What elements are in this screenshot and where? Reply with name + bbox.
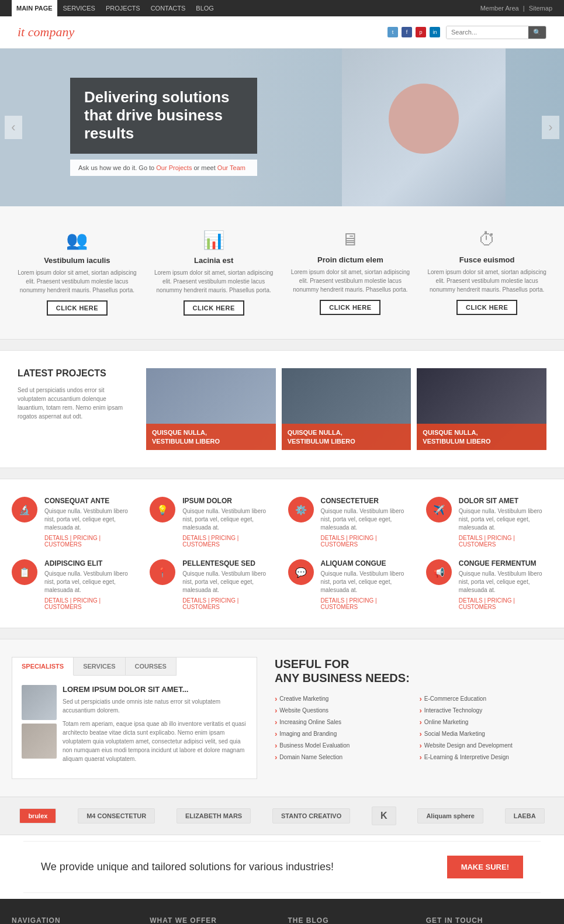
pinterest-icon[interactable]: p <box>416 27 426 37</box>
useful-item-6[interactable]: E-Commerce Education <box>420 694 553 703</box>
facebook-icon[interactable]: f <box>402 27 412 37</box>
feature-btn-2[interactable]: CLICK HERE <box>320 300 380 315</box>
feature-btn-1[interactable]: CLICK HERE <box>184 300 244 316</box>
footer-contact-heading: GET IN TOUCH <box>426 916 552 924</box>
useful-item-5[interactable]: Domain Name Selection <box>275 753 408 762</box>
site-header: it company t f p in 🔍 <box>0 16 564 49</box>
feature-btn-3[interactable]: CLICK HERE <box>456 300 517 315</box>
hero-projects-link[interactable]: Our Projects <box>156 164 192 171</box>
sitemap-link[interactable]: Sitemap <box>529 5 552 12</box>
service-links-1: DETAILS | PRICING | CUSTOMERS <box>182 535 276 548</box>
features-section: 👥 Vestibulum iaculis Lorem ipsum dolor s… <box>0 206 564 339</box>
service-links-0: DETAILS | PRICING | CUSTOMERS <box>44 535 138 548</box>
project-label-2: QUISQUE NULLA,VESTIBULUM LIBERO <box>417 424 546 450</box>
service-item-7: 📢 CONGUE FERMENTUM Quisque nulla. Vestib… <box>426 559 552 610</box>
logo-stanto: STANTO CREATIVO <box>272 808 350 823</box>
twitter-icon[interactable]: t <box>387 27 398 37</box>
service-icon-0: 🔬 <box>12 497 37 522</box>
service-title-2: CONSECTETUER <box>321 497 414 505</box>
useful-item-8[interactable]: Online Marketing <box>420 718 553 726</box>
project-card-2[interactable]: QUISQUE NULLA,VESTIBULUM LIBERO <box>417 368 546 450</box>
social-icons: t f p in <box>387 27 440 37</box>
project-card-0[interactable]: QUISQUE NULLA,VESTIBULUM LIBERO <box>146 368 276 450</box>
cta-text: We provide unique and tailored solutions… <box>41 861 334 873</box>
service-icon-4: 📋 <box>12 559 37 585</box>
tab-content: LOREM IPSUM DOLOR SIT AMET... Sed ut per… <box>12 676 257 778</box>
make-sure-button[interactable]: MAKE SURE! <box>447 856 523 878</box>
services-grid: 🔬 CONSEQUAT ANTE Quisque nulla. Vestibul… <box>12 497 552 610</box>
specialists-row: LOREM IPSUM DOLOR SIT AMET... Sed ut per… <box>22 685 247 763</box>
feature-desc-2: Lorem ipsum dolor sit amet, siortan adip… <box>291 268 410 294</box>
service-links-2: DETAILS | PRICING | CUSTOMERS <box>321 535 414 548</box>
header-right: t f p in 🔍 <box>387 26 546 39</box>
useful-columns: Creative Marketing Website Questions Inc… <box>275 694 552 764</box>
search-button[interactable]: 🔍 <box>528 26 546 39</box>
tab-courses[interactable]: COURSES <box>126 657 177 676</box>
service-title-0: CONSEQUAT ANTE <box>44 497 138 505</box>
cta-banner: We provide unique and tailored solutions… <box>23 841 541 893</box>
projects-heading: LATEST PROJECTS <box>18 368 134 379</box>
nav-blog[interactable]: BLOG <box>191 0 219 16</box>
hero-overlay: Delivering solutions that drive business… <box>70 78 257 176</box>
useful-col-2: E-Commerce Education Interactive Technol… <box>420 694 553 764</box>
nav-contacts[interactable]: CONTACTS <box>146 0 191 16</box>
hero-team-link[interactable]: Our Team <box>217 164 245 171</box>
useful-item-11[interactable]: E-Learning & Interpretive Design <box>420 753 553 762</box>
service-content-3: DOLOR SIT AMET Quisque nulla. Vestibulum… <box>459 497 552 548</box>
service-icon-7: 📢 <box>426 559 452 585</box>
service-icon-6: 💬 <box>288 559 314 585</box>
useful-section: USEFUL FOR ANY BUSINESS NEEDS: Creative … <box>275 657 552 779</box>
feature-icon-1: 📊 <box>154 230 274 250</box>
hero-text-box: Delivering solutions that drive business… <box>70 78 257 154</box>
top-nav-links: MAIN PAGE SERVICES PROJECTS CONTACTS BLO… <box>12 0 219 16</box>
nav-services[interactable]: SERVICES <box>58 0 100 16</box>
footer-blog: THE BLOG Brand strategy and planning & C… <box>288 916 414 924</box>
useful-item-2[interactable]: Increasing Online Sales <box>275 718 408 726</box>
linkedin-icon[interactable]: in <box>430 27 440 37</box>
footer-get-in-touch: GET IN TOUCH IT COMPANY. © 2013 Privacy … <box>426 916 552 924</box>
footer-navigation: NAVIGATION Home Services Projects Contac… <box>12 916 138 924</box>
useful-item-0[interactable]: Creative Marketing <box>275 694 408 703</box>
feature-icon-0: 👥 <box>18 230 137 250</box>
nav-main-page[interactable]: MAIN PAGE <box>12 0 57 16</box>
nav-projects[interactable]: PROJECTS <box>101 0 145 16</box>
top-nav: MAIN PAGE SERVICES PROJECTS CONTACTS BLO… <box>0 0 564 16</box>
hero-background: Delivering solutions that drive business… <box>0 49 564 206</box>
section-separator <box>0 339 564 351</box>
tab-specialists[interactable]: SPECIALISTS <box>12 657 74 676</box>
footer-offer-heading: WHAT WE OFFER <box>150 916 276 924</box>
service-links-3: DETAILS | PRICING | CUSTOMERS <box>459 535 552 548</box>
feature-title-2: Proin dictum elem <box>291 255 410 264</box>
tab-services[interactable]: SERVICES <box>74 657 125 676</box>
logo-brulex: brulex <box>19 808 56 823</box>
search-box: 🔍 <box>446 26 546 39</box>
feature-icon-3: ⏱ <box>427 230 546 250</box>
service-title-3: DOLOR SIT AMET <box>459 497 552 505</box>
hero-prev-arrow[interactable]: ‹ <box>5 116 22 139</box>
hero-next-arrow[interactable]: › <box>542 116 559 139</box>
service-item-6: 💬 ALIQUAM CONGUE Quisque nulla. Vestibul… <box>288 559 414 610</box>
section-separator-3 <box>0 628 564 639</box>
service-title-6: ALIQUAM CONGUE <box>321 559 414 567</box>
useful-item-4[interactable]: Business Model Evaluation <box>275 741 408 750</box>
search-input[interactable] <box>447 26 528 39</box>
feature-btn-0[interactable]: CLICK HERE <box>47 300 108 316</box>
footer-what-we-offer: WHAT WE OFFER Quisque nulla. Vestibulum … <box>150 916 276 924</box>
tab-content-p1: Sed ut perspiciatis unde omnis iste natu… <box>63 697 247 715</box>
useful-item-1[interactable]: Website Questions <box>275 706 408 715</box>
feature-item-3: ⏱ Fusce euismod Lorem ipsum dolor sit am… <box>421 224 552 321</box>
service-links-5: DETAILS | PRICING | CUSTOMERS <box>182 597 276 610</box>
projects-grid: QUISQUE NULLA,VESTIBULUM LIBERO QUISQUE … <box>146 368 546 450</box>
member-area-link[interactable]: Member Area <box>480 5 519 12</box>
hero-heading: Delivering solutions that drive business… <box>84 88 243 143</box>
tabs-header: SPECIALISTS SERVICES COURSES <box>12 657 257 676</box>
useful-item-3[interactable]: Imaging and Branding <box>275 729 408 738</box>
useful-item-9[interactable]: Social Media Marketing <box>420 729 553 738</box>
service-content-5: PELLENTESQUE SED Quisque nulla. Vestibul… <box>182 559 276 610</box>
useful-item-7[interactable]: Interactive Technology <box>420 706 553 715</box>
feature-item-2: 🖥 Proin dictum elem Lorem ipsum dolor si… <box>285 224 416 321</box>
useful-item-10[interactable]: Website Design and Development <box>420 741 553 750</box>
feature-title-0: Vestibulum iaculis <box>18 256 137 265</box>
service-desc-1: Quisque nulla. Vestibulum libero nist, p… <box>182 507 276 532</box>
project-card-1[interactable]: QUISQUE NULLA,VESTIBULUM LIBERO <box>282 368 411 450</box>
